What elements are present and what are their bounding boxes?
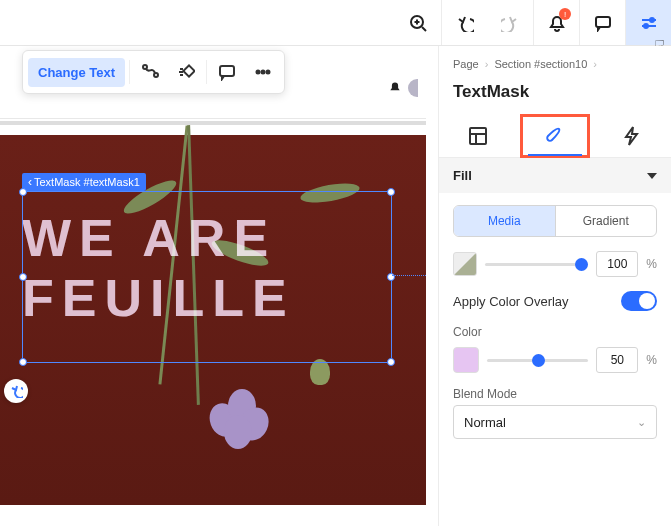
segment-gradient[interactable]: Gradient	[555, 206, 657, 236]
more-icon	[254, 63, 272, 81]
undo-button[interactable]	[441, 0, 487, 45]
chat-icon	[218, 63, 236, 81]
resize-handle[interactable]	[387, 358, 395, 366]
percent-label: %	[646, 353, 657, 367]
color-label: Color	[453, 325, 657, 339]
svg-marker-19	[626, 127, 637, 145]
overlay-row: Apply Color Overlay	[453, 291, 657, 311]
fill-section-header[interactable]: Fill	[439, 158, 671, 193]
overlay-label: Apply Color Overlay	[453, 294, 569, 309]
bell-icon	[388, 81, 402, 95]
svg-point-9	[143, 65, 147, 69]
resize-handle[interactable]	[19, 273, 27, 281]
chevron-right-icon: ›	[485, 58, 489, 70]
brush-icon	[544, 125, 566, 147]
chevron-right-icon: ›	[593, 58, 597, 70]
layout-icon	[467, 125, 489, 147]
chevron-down-icon: ⌄	[637, 416, 646, 429]
svg-point-15	[267, 71, 270, 74]
selection-tag[interactable]: TextMask #textMask1	[22, 173, 146, 191]
chevron-down-icon	[647, 173, 657, 179]
blend-mode-label: Blend Mode	[453, 387, 657, 401]
more-button[interactable]	[247, 56, 279, 88]
path-icon	[141, 63, 159, 81]
selection-outline[interactable]	[22, 191, 392, 363]
panel-title: TextMask	[439, 76, 671, 114]
revert-button[interactable]	[4, 379, 28, 403]
change-text-button[interactable]: Change Text	[28, 58, 125, 87]
color-swatch[interactable]	[453, 347, 479, 373]
media-opacity-row: 100 %	[453, 251, 657, 277]
svg-point-8	[644, 24, 648, 28]
animation-button[interactable]	[170, 56, 202, 88]
svg-point-14	[262, 71, 265, 74]
avatar	[408, 79, 418, 97]
svg-rect-12	[220, 66, 234, 76]
blend-mode-select[interactable]: Normal ⌄	[453, 405, 657, 439]
fill-section-body: Media Gradient 100 % Apply Color Overlay…	[439, 193, 671, 451]
undo-icon	[10, 385, 23, 398]
percent-label: %	[646, 257, 657, 271]
overlay-toggle[interactable]	[621, 291, 657, 311]
blend-mode-value: Normal	[464, 415, 506, 430]
svg-rect-4	[596, 17, 610, 27]
breadcrumb-item[interactable]: Section #section10	[494, 58, 587, 70]
svg-point-7	[650, 18, 654, 22]
svg-point-13	[257, 71, 260, 74]
tab-style[interactable]	[520, 114, 590, 158]
notifications-button[interactable]: !	[533, 0, 579, 45]
resize-handle[interactable]	[19, 358, 27, 366]
animation-path-button[interactable]	[134, 56, 166, 88]
comment-button[interactable]	[211, 56, 243, 88]
svg-point-10	[154, 73, 158, 77]
resize-handle[interactable]	[19, 188, 27, 196]
inspector-toggle-button[interactable]	[625, 0, 671, 45]
section-stage[interactable]: WE ARE FEUILLE TextMask #textMask1	[0, 135, 426, 505]
opacity-slider[interactable]	[485, 263, 588, 266]
segment-media[interactable]: Media	[454, 206, 555, 236]
comments-button[interactable]	[579, 0, 625, 45]
breadcrumb-item[interactable]: Page	[453, 58, 479, 70]
redo-icon	[501, 14, 519, 32]
tab-interactions[interactable]	[597, 114, 667, 158]
zoom-button[interactable]	[395, 0, 441, 45]
editor-canvas: WE ARE FEUILLE TextMask #textMask1 Chang…	[0, 58, 426, 526]
inspector-tabs	[439, 114, 671, 158]
alignment-guide	[392, 275, 426, 276]
svg-rect-16	[470, 128, 486, 144]
undo-icon	[456, 14, 474, 32]
svg-rect-11	[183, 65, 194, 76]
redo-button[interactable]	[487, 0, 533, 45]
opacity-input[interactable]: 100	[596, 251, 638, 277]
bolt-icon	[621, 125, 643, 147]
magnifier-icon	[409, 14, 427, 32]
notification-badge: !	[559, 8, 571, 20]
inspector-panel: Page › Section #section10 › TextMask Fil…	[438, 46, 671, 526]
chat-icon	[594, 14, 612, 32]
color-opacity-input[interactable]: 50	[596, 347, 638, 373]
fill-label: Fill	[453, 168, 472, 183]
sliders-icon	[640, 14, 658, 32]
resize-handle[interactable]	[387, 188, 395, 196]
motion-icon	[177, 63, 195, 81]
fill-type-segment: Media Gradient	[453, 205, 657, 237]
color-opacity-slider[interactable]	[487, 359, 588, 362]
element-toolbar: Change Text	[22, 50, 285, 94]
breadcrumb: Page › Section #section10 ›	[439, 46, 671, 76]
media-thumbnail[interactable]	[453, 252, 477, 276]
svg-line-1	[422, 27, 426, 31]
top-toolbar: !	[0, 0, 671, 46]
tab-layout[interactable]	[443, 114, 513, 158]
